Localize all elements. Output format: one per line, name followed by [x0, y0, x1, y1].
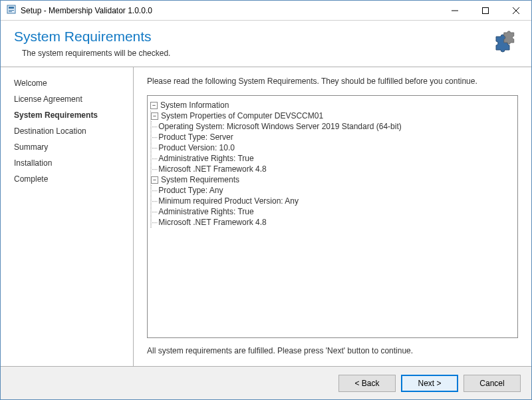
window-title: Setup - Membership Validator 1.0.0.0 — [21, 6, 440, 15]
tree-branch[interactable]: − System Information — [150, 100, 515, 110]
sidebar: WelcomeLicense AgreementSystem Requireme… — [1, 67, 134, 366]
svg-rect-1 — [9, 7, 14, 9]
tree-label: Product Version: 10.0 — [158, 142, 235, 153]
window-controls — [440, 1, 531, 20]
close-button[interactable] — [501, 1, 531, 20]
tree-label: Minimum required Product Version: Any — [158, 196, 299, 206]
tree-label: System Requirements — [161, 174, 239, 185]
body: WelcomeLicense AgreementSystem Requireme… — [1, 67, 531, 366]
tree-connector: ···· — [152, 132, 157, 142]
sidebar-step[interactable]: Summary — [14, 139, 133, 155]
sidebar-step[interactable]: Welcome — [14, 75, 133, 91]
maximize-button[interactable] — [470, 1, 501, 20]
back-button[interactable]: < Back — [338, 375, 396, 392]
tree-connector: ···· — [152, 142, 157, 153]
tree-label: System Information — [160, 100, 229, 110]
tree-label: System Properties of Computer DEVSCCM01 — [161, 110, 323, 121]
tree-leaf: ···· Product Version: 10.0 — [152, 142, 515, 153]
tree-label: Product Type: Any — [158, 185, 223, 196]
sidebar-step[interactable]: System Requirements — [14, 107, 133, 123]
setup-window: Setup - Membership Validator 1.0.0.0 Sys… — [0, 0, 532, 400]
tree-leaf: ···· Operating System: Microsoft Windows… — [152, 121, 515, 132]
tree-leaf: ···· Minimum required Product Version: A… — [152, 196, 515, 206]
tree-leaf: ···· Administrative Rights: True — [152, 153, 515, 164]
tree-label: Product Type: Server — [158, 132, 233, 142]
tree-connector: ···· — [152, 196, 157, 206]
tree-branch[interactable]: − System Properties of Computer DEVSCCM0… — [151, 110, 515, 121]
tree-connector: ···· — [152, 217, 157, 228]
tree-label: Administrative Rights: True — [158, 153, 253, 164]
expander-icon[interactable]: − — [151, 112, 158, 120]
sidebar-step[interactable]: Installation — [14, 155, 133, 171]
tree-connector: ···· — [152, 121, 157, 132]
svg-rect-0 — [7, 5, 15, 13]
tree-connector: ···· — [152, 185, 157, 196]
minimize-button[interactable] — [440, 1, 470, 20]
next-button[interactable]: Next > — [401, 375, 458, 392]
tree-label: Administrative Rights: True — [158, 206, 253, 217]
header: System Requirements The system requireme… — [1, 21, 531, 67]
svg-rect-5 — [483, 7, 489, 13]
tree-label: Operating System: Microsoft Windows Serv… — [158, 121, 401, 132]
puzzle-icon — [491, 27, 523, 61]
setup-icon — [6, 4, 17, 17]
page-subtitle: The system requirements will be checked. — [22, 49, 518, 58]
tree-connector: ···· — [152, 164, 157, 174]
tree-branch[interactable]: − System Requirements — [151, 174, 515, 185]
instruction-text: Please read the following System Require… — [147, 77, 518, 86]
tree-leaf: ···· Microsoft .NET Framework 4.8 — [152, 217, 515, 228]
titlebar: Setup - Membership Validator 1.0.0.0 — [1, 1, 531, 21]
tree-label: Microsoft .NET Framework 4.8 — [158, 164, 266, 174]
tree-leaf: ···· Administrative Rights: True — [152, 206, 515, 217]
tree-leaf: ···· Product Type: Server — [152, 132, 515, 142]
tree-leaf: ···· Microsoft .NET Framework 4.8 — [152, 164, 515, 174]
status-text: All system requirements are fulfilled. P… — [147, 338, 518, 359]
sidebar-step[interactable]: License Agreement — [14, 91, 133, 107]
page-title: System Requirements — [14, 29, 518, 45]
sidebar-step[interactable]: Complete — [14, 171, 133, 187]
tree-label: Microsoft .NET Framework 4.8 — [158, 217, 266, 228]
tree-connector: ···· — [152, 206, 157, 217]
expander-icon[interactable]: − — [151, 176, 158, 184]
tree-leaf: ···· Product Type: Any — [152, 185, 515, 196]
svg-rect-3 — [9, 11, 12, 12]
tree-connector: ···· — [152, 153, 157, 164]
footer: < Back Next > Cancel — [1, 366, 531, 399]
svg-rect-2 — [9, 10, 14, 11]
cancel-button[interactable]: Cancel — [464, 375, 521, 392]
sidebar-step[interactable]: Destination Location — [14, 123, 133, 139]
content: Please read the following System Require… — [134, 67, 531, 366]
expander-icon[interactable]: − — [150, 102, 158, 109]
requirements-tree[interactable]: − System Information− System Properties … — [147, 95, 518, 338]
